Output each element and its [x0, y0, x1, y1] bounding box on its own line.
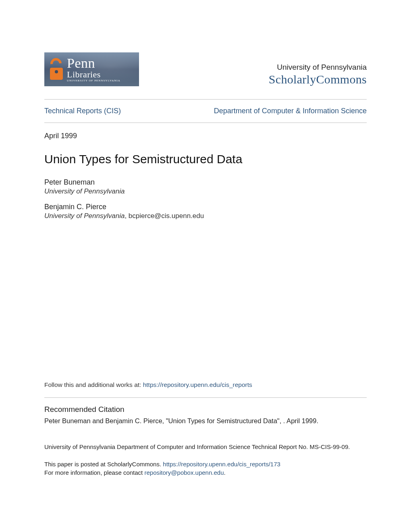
repository-name-link[interactable]: ScholarlyCommons — [269, 73, 367, 86]
footer-contact: For more information, please contact rep… — [44, 468, 367, 477]
open-access-icon — [49, 58, 64, 81]
department-link[interactable]: Department of Computer & Information Sci… — [214, 107, 367, 115]
affiliation-text: University of Pennsylvania — [44, 187, 125, 195]
author-name: Peter Buneman — [44, 178, 367, 187]
divider — [44, 123, 367, 123]
follow-prefix: Follow this and additional works at: — [44, 381, 143, 388]
divider — [44, 397, 367, 398]
author-email: bcpierce@cis.upenn.edu — [129, 212, 204, 220]
tech-report-note: University of Pennsylvania Department of… — [44, 443, 367, 450]
logo-line-1: Penn — [67, 56, 120, 71]
follow-link[interactable]: https://repository.upenn.edu/cis_reports — [143, 381, 252, 388]
penn-libraries-logo: Penn Libraries University of Pennsylvani… — [44, 52, 139, 86]
citation-heading: Recommended Citation — [44, 405, 367, 414]
header: Penn Libraries University of Pennsylvani… — [44, 52, 367, 86]
publication-date: April 1999 — [44, 132, 367, 140]
footer-posted-link[interactable]: https://repository.upenn.edu/cis_reports… — [163, 461, 280, 468]
paper-title: Union Types for Semistructured Data — [44, 152, 367, 166]
header-right: University of Pennsylvania ScholarlyComm… — [269, 63, 367, 86]
footer-period: . — [224, 469, 225, 476]
footer-posted-prefix: This paper is posted at ScholarlyCommons… — [44, 461, 163, 468]
collection-link[interactable]: Technical Reports (CIS) — [44, 107, 121, 115]
author-affiliation: University of Pennsylvania, bcpierce@cis… — [44, 212, 367, 220]
author-block: Peter Buneman University of Pennsylvania — [44, 178, 367, 195]
spacer — [44, 227, 367, 381]
footer-info-prefix: For more information, please contact — [44, 469, 144, 476]
breadcrumb-nav: Technical Reports (CIS) Department of Co… — [44, 100, 367, 123]
author-affiliation: University of Pennsylvania — [44, 187, 367, 195]
affiliation-text: University of Pennsylvania — [44, 212, 125, 220]
citation-text: Peter Buneman and Benjamin C. Pierce, "U… — [44, 416, 367, 425]
logo-text: Penn Libraries University of Pennsylvani… — [67, 56, 120, 82]
author-block: Benjamin C. Pierce University of Pennsyl… — [44, 203, 367, 220]
footer-contact-email[interactable]: repository@pobox.upenn.edu — [144, 469, 224, 476]
follow-works-line: Follow this and additional works at: htt… — [44, 381, 367, 389]
logo-line-2: Libraries — [67, 70, 120, 79]
university-name: University of Pennsylvania — [269, 63, 367, 72]
logo-subline: University of Pennsylvania — [67, 79, 120, 82]
author-email-sep: , — [125, 212, 128, 220]
author-name: Benjamin C. Pierce — [44, 203, 367, 211]
footer-posted: This paper is posted at ScholarlyCommons… — [44, 460, 367, 468]
